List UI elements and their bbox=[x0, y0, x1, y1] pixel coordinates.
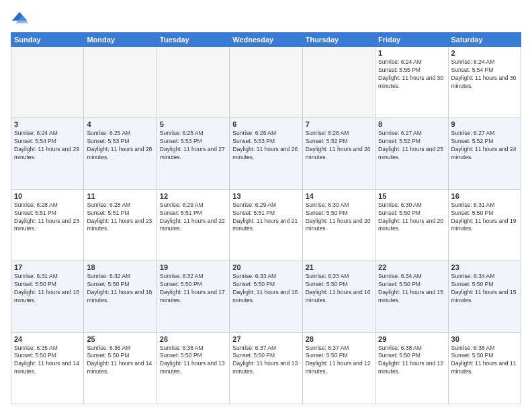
table-row: 3 Sunrise: 6:24 AM Sunset: 5:54 PM Dayli… bbox=[11, 118, 84, 189]
day-info: Sunrise: 6:34 AM Sunset: 5:50 PM Dayligh… bbox=[451, 273, 518, 305]
table-row: 2 Sunrise: 6:24 AM Sunset: 5:54 PM Dayli… bbox=[448, 47, 521, 118]
day-info: Sunrise: 6:38 AM Sunset: 5:50 PM Dayligh… bbox=[378, 345, 445, 377]
day-info: Sunrise: 6:24 AM Sunset: 5:55 PM Dayligh… bbox=[378, 58, 445, 91]
table-row: 20 Sunrise: 6:33 AM Sunset: 5:50 PM Dayl… bbox=[230, 261, 302, 332]
day-number: 17 bbox=[14, 263, 81, 271]
day-number: 16 bbox=[451, 192, 518, 200]
day-number: 18 bbox=[87, 263, 153, 271]
day-number: 12 bbox=[160, 192, 226, 200]
table-row: 6 Sunrise: 6:26 AM Sunset: 5:53 PM Dayli… bbox=[230, 118, 302, 189]
calendar-week-row: 24 Sunrise: 6:35 AM Sunset: 5:50 PM Dayl… bbox=[11, 332, 521, 404]
table-row: 17 Sunrise: 6:31 AM Sunset: 5:50 PM Dayl… bbox=[11, 261, 84, 332]
table-row bbox=[84, 47, 157, 118]
table-row: 28 Sunrise: 6:37 AM Sunset: 5:50 PM Dayl… bbox=[302, 332, 375, 404]
table-row bbox=[302, 47, 375, 118]
day-number: 27 bbox=[232, 335, 299, 343]
day-number: 6 bbox=[232, 120, 299, 128]
day-number: 24 bbox=[14, 335, 81, 343]
table-row: 13 Sunrise: 6:29 AM Sunset: 5:51 PM Dayl… bbox=[230, 189, 302, 261]
day-info: Sunrise: 6:28 AM Sunset: 5:51 PM Dayligh… bbox=[14, 201, 81, 234]
day-number: 3 bbox=[14, 120, 81, 128]
table-row: 19 Sunrise: 6:32 AM Sunset: 5:50 PM Dayl… bbox=[157, 261, 229, 332]
day-number: 4 bbox=[87, 120, 153, 128]
table-row: 23 Sunrise: 6:34 AM Sunset: 5:50 PM Dayl… bbox=[448, 261, 521, 332]
table-row: 8 Sunrise: 6:27 AM Sunset: 5:52 PM Dayli… bbox=[375, 118, 448, 189]
table-row: 9 Sunrise: 6:27 AM Sunset: 5:52 PM Dayli… bbox=[448, 118, 521, 189]
weekday-header-row: Sunday Monday Tuesday Wednesday Thursday… bbox=[11, 33, 521, 47]
page: Sunday Monday Tuesday Wednesday Thursday… bbox=[0, 0, 532, 411]
table-row bbox=[157, 47, 229, 118]
calendar-week-row: 10 Sunrise: 6:28 AM Sunset: 5:51 PM Dayl… bbox=[11, 189, 521, 261]
table-row: 24 Sunrise: 6:35 AM Sunset: 5:50 PM Dayl… bbox=[11, 332, 84, 404]
day-info: Sunrise: 6:35 AM Sunset: 5:50 PM Dayligh… bbox=[14, 345, 81, 377]
day-info: Sunrise: 6:27 AM Sunset: 5:52 PM Dayligh… bbox=[378, 130, 445, 162]
table-row: 14 Sunrise: 6:30 AM Sunset: 5:50 PM Dayl… bbox=[302, 189, 375, 261]
table-row: 25 Sunrise: 6:36 AM Sunset: 5:50 PM Dayl… bbox=[84, 332, 157, 404]
day-info: Sunrise: 6:37 AM Sunset: 5:50 PM Dayligh… bbox=[306, 345, 372, 377]
day-info: Sunrise: 6:38 AM Sunset: 5:50 PM Dayligh… bbox=[451, 345, 518, 377]
day-info: Sunrise: 6:28 AM Sunset: 5:51 PM Dayligh… bbox=[87, 201, 153, 234]
calendar-week-row: 17 Sunrise: 6:31 AM Sunset: 5:50 PM Dayl… bbox=[11, 261, 521, 332]
logo bbox=[11, 9, 31, 28]
day-info: Sunrise: 6:24 AM Sunset: 5:54 PM Dayligh… bbox=[14, 130, 81, 162]
day-info: Sunrise: 6:36 AM Sunset: 5:50 PM Dayligh… bbox=[160, 345, 226, 377]
day-info: Sunrise: 6:25 AM Sunset: 5:53 PM Dayligh… bbox=[87, 130, 153, 162]
day-number: 13 bbox=[232, 192, 299, 200]
day-info: Sunrise: 6:30 AM Sunset: 5:50 PM Dayligh… bbox=[378, 201, 445, 234]
day-number: 30 bbox=[451, 335, 518, 343]
day-number: 14 bbox=[306, 192, 372, 200]
day-info: Sunrise: 6:29 AM Sunset: 5:51 PM Dayligh… bbox=[232, 201, 299, 234]
day-info: Sunrise: 6:36 AM Sunset: 5:50 PM Dayligh… bbox=[87, 345, 153, 377]
header-sunday: Sunday bbox=[11, 33, 84, 47]
table-row: 10 Sunrise: 6:28 AM Sunset: 5:51 PM Dayl… bbox=[11, 189, 84, 261]
header-saturday: Saturday bbox=[448, 33, 521, 47]
table-row: 29 Sunrise: 6:38 AM Sunset: 5:50 PM Dayl… bbox=[375, 332, 448, 404]
table-row: 5 Sunrise: 6:25 AM Sunset: 5:53 PM Dayli… bbox=[157, 118, 229, 189]
table-row: 30 Sunrise: 6:38 AM Sunset: 5:50 PM Dayl… bbox=[448, 332, 521, 404]
header-tuesday: Tuesday bbox=[157, 33, 229, 47]
day-number: 10 bbox=[14, 192, 81, 200]
logo-icon bbox=[11, 9, 30, 28]
day-number: 1 bbox=[378, 49, 445, 57]
day-info: Sunrise: 6:32 AM Sunset: 5:50 PM Dayligh… bbox=[87, 273, 153, 305]
day-number: 29 bbox=[378, 335, 445, 343]
table-row: 15 Sunrise: 6:30 AM Sunset: 5:50 PM Dayl… bbox=[375, 189, 448, 261]
day-number: 20 bbox=[232, 263, 299, 271]
day-number: 23 bbox=[451, 263, 518, 271]
table-row: 7 Sunrise: 6:26 AM Sunset: 5:52 PM Dayli… bbox=[302, 118, 375, 189]
header-wednesday: Wednesday bbox=[230, 33, 302, 47]
day-number: 8 bbox=[378, 120, 445, 128]
table-row: 22 Sunrise: 6:34 AM Sunset: 5:50 PM Dayl… bbox=[375, 261, 448, 332]
day-number: 28 bbox=[306, 335, 372, 343]
table-row: 4 Sunrise: 6:25 AM Sunset: 5:53 PM Dayli… bbox=[84, 118, 157, 189]
calendar-week-row: 1 Sunrise: 6:24 AM Sunset: 5:55 PM Dayli… bbox=[11, 47, 521, 118]
day-number: 25 bbox=[87, 335, 153, 343]
day-info: Sunrise: 6:30 AM Sunset: 5:50 PM Dayligh… bbox=[306, 201, 372, 234]
header bbox=[11, 7, 521, 28]
table-row bbox=[11, 47, 84, 118]
day-info: Sunrise: 6:31 AM Sunset: 5:50 PM Dayligh… bbox=[451, 201, 518, 234]
day-info: Sunrise: 6:25 AM Sunset: 5:53 PM Dayligh… bbox=[160, 130, 226, 162]
table-row bbox=[230, 47, 302, 118]
day-info: Sunrise: 6:32 AM Sunset: 5:50 PM Dayligh… bbox=[160, 273, 226, 305]
day-info: Sunrise: 6:24 AM Sunset: 5:54 PM Dayligh… bbox=[451, 58, 518, 91]
table-row: 27 Sunrise: 6:37 AM Sunset: 5:50 PM Dayl… bbox=[230, 332, 302, 404]
day-number: 9 bbox=[451, 120, 518, 128]
day-info: Sunrise: 6:33 AM Sunset: 5:50 PM Dayligh… bbox=[306, 273, 372, 305]
table-row: 16 Sunrise: 6:31 AM Sunset: 5:50 PM Dayl… bbox=[448, 189, 521, 261]
day-number: 11 bbox=[87, 192, 153, 200]
table-row: 18 Sunrise: 6:32 AM Sunset: 5:50 PM Dayl… bbox=[84, 261, 157, 332]
day-info: Sunrise: 6:27 AM Sunset: 5:52 PM Dayligh… bbox=[451, 130, 518, 162]
day-info: Sunrise: 6:37 AM Sunset: 5:50 PM Dayligh… bbox=[232, 345, 299, 377]
day-number: 5 bbox=[160, 120, 226, 128]
day-number: 19 bbox=[160, 263, 226, 271]
header-thursday: Thursday bbox=[302, 33, 375, 47]
day-info: Sunrise: 6:26 AM Sunset: 5:53 PM Dayligh… bbox=[232, 130, 299, 162]
header-friday: Friday bbox=[375, 33, 448, 47]
day-number: 7 bbox=[306, 120, 372, 128]
day-number: 15 bbox=[378, 192, 445, 200]
header-monday: Monday bbox=[84, 33, 157, 47]
day-info: Sunrise: 6:33 AM Sunset: 5:50 PM Dayligh… bbox=[232, 273, 299, 305]
day-number: 22 bbox=[378, 263, 445, 271]
table-row: 12 Sunrise: 6:29 AM Sunset: 5:51 PM Dayl… bbox=[157, 189, 229, 261]
